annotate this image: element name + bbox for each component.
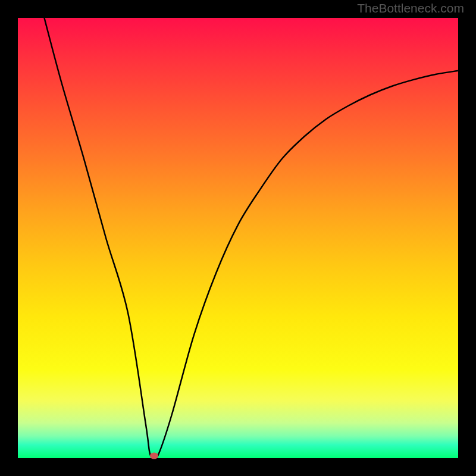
- bottleneck-curve: [44, 18, 458, 458]
- curve-svg: [18, 18, 458, 458]
- chart-container: TheBottleneck.com: [0, 0, 476, 476]
- optimal-point-marker: [150, 453, 158, 459]
- plot-area: [18, 18, 458, 458]
- watermark-text: TheBottleneck.com: [357, 1, 464, 15]
